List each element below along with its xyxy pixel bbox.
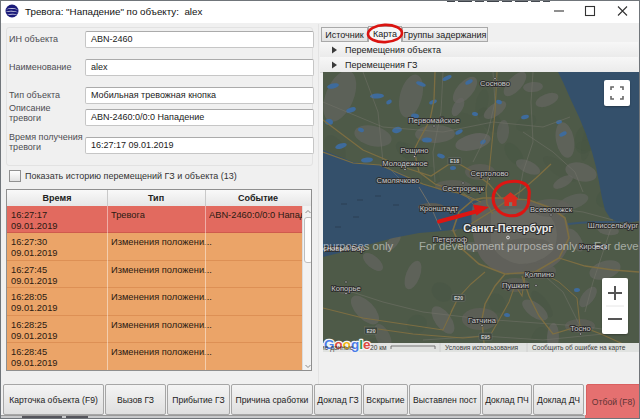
svg-text:Молодежное: Молодежное xyxy=(382,159,427,168)
svg-text:Рощино: Рощино xyxy=(401,146,429,155)
svg-text:Сертолово: Сертолово xyxy=(470,169,508,178)
svg-text:E18: E18 xyxy=(450,158,459,164)
svg-text:Шлиссельбург: Шлиссельбург xyxy=(588,221,639,230)
svg-text:For development purposes only: For development purposes only xyxy=(419,240,578,252)
svg-text:Сообщить об ошибке на карте: Сообщить об ошибке на карте xyxy=(532,344,626,352)
svg-text:For development purposes only: For development purposes only xyxy=(323,240,394,252)
svg-text:Санкт-Петербург: Санкт-Петербург xyxy=(463,222,553,234)
svg-text:Пушкин: Пушкин xyxy=(502,281,529,290)
svg-text:Гатчина: Гатчина xyxy=(468,316,497,325)
svg-text:ие данные: ие данные xyxy=(323,344,354,352)
svg-text:Тосно: Тосно xyxy=(570,324,590,333)
svg-text:20 км: 20 км xyxy=(370,344,387,351)
svg-text:Всеволожск: Всеволожск xyxy=(530,205,573,214)
svg-text:Условия использования: Условия использования xyxy=(445,344,519,351)
svg-text:For development purposes only: For development purposes only xyxy=(594,240,639,252)
svg-text:E20: E20 xyxy=(454,295,463,301)
svg-text:E20: E20 xyxy=(366,328,375,334)
svg-text:Первомайское: Первомайское xyxy=(408,116,459,125)
svg-text:E95: E95 xyxy=(481,334,490,340)
svg-text:Смолячково: Смолячково xyxy=(376,176,419,185)
svg-text:Копорье: Копорье xyxy=(331,284,360,293)
svg-text:Сестрорецк: Сестрорецк xyxy=(442,184,484,193)
svg-text:Кронштадт: Кронштадт xyxy=(420,204,459,213)
svg-text:Сосново: Сосново xyxy=(480,79,510,88)
